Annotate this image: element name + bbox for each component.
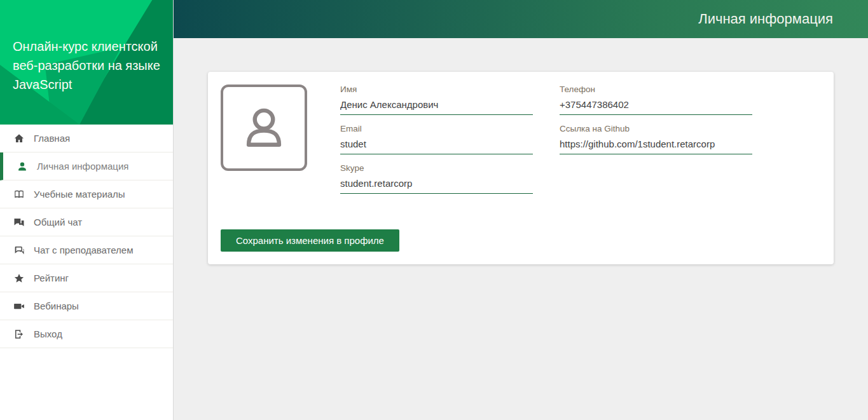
sidebar-item-common-chat[interactable]: Общий чат [0, 208, 173, 236]
star-icon [13, 272, 25, 284]
sidebar-item-label: Главная [34, 133, 70, 144]
content-area: Личная информация Имя [174, 0, 868, 420]
github-input[interactable] [560, 139, 752, 154]
chat-icon [13, 216, 25, 228]
sidebar-item-label: Рейтинг [34, 273, 69, 283]
profile-form-row: Имя Email Skype [221, 85, 821, 203]
sidebar-header: Онлайн-курс клиентской веб-разработки на… [0, 0, 173, 125]
field-github: Ссылка на Github [560, 124, 752, 154]
user-icon [16, 160, 28, 172]
webinar-icon [13, 300, 25, 312]
field-label: Телефон [560, 85, 752, 94]
book-icon [13, 188, 25, 200]
sidebar-item-label: Общий чат [34, 217, 82, 227]
field-label: Имя [340, 85, 533, 94]
page-title: Личная информация [698, 11, 833, 27]
phone-input[interactable] [560, 99, 752, 115]
form-column-left: Имя Email Skype [340, 85, 533, 203]
sidebar-item-label: Чат с преподавателем [34, 245, 134, 255]
sidebar-item-personal-info[interactable]: Личная информация [0, 152, 173, 180]
app-window: Онлайн-курс клиентской веб-разработки на… [0, 0, 868, 420]
field-email: Email [340, 124, 533, 154]
sidebar-item-logout[interactable]: Выход [0, 320, 173, 348]
course-title: Онлайн-курс клиентской веб-разработки на… [0, 0, 173, 94]
sidebar: Онлайн-курс клиентской веб-разработки на… [0, 0, 174, 420]
sidebar-item-label: Учебные материалы [34, 189, 125, 200]
skype-input[interactable] [340, 178, 533, 194]
sidebar-item-home[interactable]: Главная [0, 125, 173, 152]
field-label: Email [340, 124, 533, 133]
logout-icon [13, 328, 25, 340]
topbar: Личная информация [174, 0, 868, 38]
person-placeholder-icon [235, 98, 293, 157]
name-input[interactable] [340, 99, 533, 115]
sidebar-item-label: Личная информация [37, 161, 128, 172]
field-label: Ссылка на Github [560, 124, 752, 133]
profile-card: Имя Email Skype [208, 72, 834, 264]
field-name: Имя [340, 85, 533, 115]
teacher-chat-icon [13, 244, 25, 256]
sidebar-item-webinars[interactable]: Вебинары [0, 292, 173, 320]
main-panel: Имя Email Skype [174, 38, 868, 420]
sidebar-item-label: Выход [34, 329, 62, 339]
sidebar-menu: Главная Личная информация Учебные матери… [0, 125, 173, 348]
sidebar-item-rating[interactable]: Рейтинг [0, 264, 173, 292]
avatar-placeholder [221, 85, 307, 171]
field-phone: Телефон [560, 85, 752, 115]
email-input[interactable] [340, 139, 533, 154]
field-skype: Skype [340, 163, 533, 194]
field-label: Skype [340, 163, 533, 173]
sidebar-item-teacher-chat[interactable]: Чат с преподавателем [0, 236, 173, 264]
home-icon [13, 132, 25, 144]
sidebar-item-label: Вебинары [34, 301, 79, 311]
save-profile-button[interactable]: Сохранить изменения в профиле [221, 229, 399, 252]
sidebar-item-materials[interactable]: Учебные материалы [0, 180, 173, 208]
form-column-right: Телефон Ссылка на Github [560, 85, 752, 203]
